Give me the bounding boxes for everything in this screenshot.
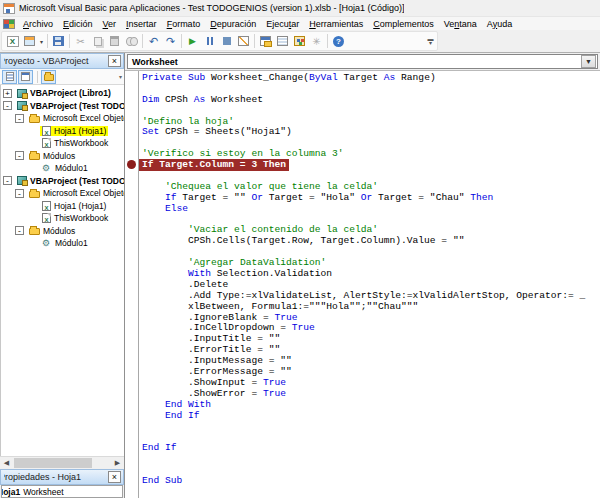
code-line[interactable]: CPSh.Cells(Target.Row, Target.Column).Va… (142, 236, 600, 247)
code-line[interactable]: If Target = "" Or Target = "Hola" Or Tar… (142, 193, 600, 204)
tree-item[interactable]: Hoja1 (Hoja1) (1, 200, 124, 213)
redo-button[interactable]: ↷ (162, 33, 179, 49)
tree-item[interactable]: Módulo1 (1, 237, 124, 250)
tree-expander-icon[interactable]: - (15, 151, 24, 160)
properties-panel-titlebar[interactable]: Propiedades - Hoja1 × (0, 469, 124, 485)
save-button[interactable] (50, 33, 67, 49)
code-window: Worksheet ▼ Private Sub Worksheet_Change… (124, 53, 600, 498)
insert-object-button[interactable] (21, 33, 38, 49)
undo-button[interactable]: ↶ (145, 33, 162, 49)
object-browser-button[interactable] (291, 33, 308, 49)
tree-item[interactable]: -Microsoft Excel Objetos (1, 187, 124, 200)
menu-formato[interactable]: Formato (162, 18, 206, 30)
menu-ventana[interactable]: Ventana (439, 18, 482, 30)
scroll-track[interactable] (13, 457, 111, 469)
project-panel-titlebar[interactable]: Proyecto - VBAProject × (0, 53, 124, 69)
code-line[interactable] (142, 454, 600, 465)
chevron-down-icon[interactable]: ▼ (581, 55, 596, 68)
toolbar-overflow-button[interactable]: ▬▾ (426, 33, 435, 49)
code-line[interactable]: Set CPSh = Sheets("Hoja1") (142, 127, 600, 138)
tree-item[interactable]: ThisWorkbook (1, 137, 124, 150)
code-line[interactable]: Else (142, 204, 600, 215)
properties-window-button[interactable] (274, 33, 291, 49)
view-code-button[interactable] (2, 70, 17, 84)
menu-archivo[interactable]: Archivo (18, 18, 58, 30)
tree-expander-icon[interactable]: + (3, 89, 12, 98)
toolbar-separator (181, 34, 182, 48)
breakpoint-line[interactable]: If Target.Column = 3 Then (139, 159, 289, 171)
close-project-panel-button[interactable]: × (108, 55, 121, 67)
menu-complementos[interactable]: Complementos (368, 18, 439, 30)
menu-ayuda[interactable]: Ayuda (482, 18, 517, 30)
code-combo-bar: Worksheet ▼ (125, 53, 600, 70)
code-line[interactable]: Dim CPSh As Worksheet (142, 95, 600, 106)
code-line[interactable]: End If (142, 411, 600, 422)
tree-expander-icon[interactable]: - (15, 189, 24, 198)
margin-indicator-bar[interactable] (125, 71, 139, 498)
project-explorer-button[interactable] (257, 33, 274, 49)
module-icon (42, 238, 52, 248)
tree-item[interactable]: -Microsoft Excel Objetos (1, 112, 124, 125)
tree-expander-icon[interactable]: - (15, 226, 24, 235)
properties-object-selector[interactable]: Hoja1 Worksheet (1, 485, 123, 498)
code-line[interactable] (142, 432, 600, 443)
code-line[interactable] (142, 465, 600, 476)
code-area: Private Sub Worksheet_Change(ByVal Targe… (125, 70, 600, 498)
code-line[interactable]: End With (142, 400, 600, 411)
vba-project-icon (17, 101, 27, 110)
tree-item[interactable]: +VBAProject (Libro1) (1, 87, 124, 100)
paste-icon (110, 36, 119, 46)
tree-item[interactable]: Módulo1 (1, 162, 124, 175)
tree-item-label: Hoja1 (Hoja1) (54, 126, 106, 136)
code-line[interactable]: End Sub (142, 476, 600, 487)
code-line[interactable]: If Target.Column = 3 Then (142, 160, 600, 171)
menu-edición[interactable]: Edición (58, 18, 98, 30)
tree-item[interactable]: -Módulos (1, 225, 124, 238)
tree-horizontal-scrollbar[interactable]: ◀ ▶ (0, 456, 124, 469)
reset-button[interactable] (218, 33, 235, 49)
break-button[interactable] (201, 33, 218, 49)
tree-expander-icon[interactable]: - (15, 114, 24, 123)
tree-expander-icon[interactable]: - (3, 101, 12, 110)
menu-ejecutar[interactable]: Ejecutar (261, 18, 304, 30)
menu-ver[interactable]: Ver (98, 18, 122, 30)
scroll-right-arrow[interactable]: ▶ (111, 457, 124, 469)
redo-icon: ↷ (166, 36, 175, 46)
toolbox-button[interactable]: ✳ (308, 33, 325, 49)
copy-icon (94, 37, 102, 46)
code-line[interactable]: End If (142, 443, 600, 454)
tree-item[interactable]: ThisWorkbook (1, 212, 124, 225)
scroll-left-arrow[interactable]: ◀ (0, 457, 13, 469)
code-line[interactable] (142, 422, 600, 433)
breakpoint-dot-icon[interactable] (127, 160, 136, 169)
menu-herramientas[interactable]: Herramientas (304, 18, 368, 30)
code-line[interactable]: Private Sub Worksheet_Change(ByVal Targe… (142, 73, 600, 84)
tree-item[interactable]: -VBAProject (Test TODOGENIOS (version 1)… (1, 175, 124, 188)
find-button[interactable] (123, 33, 140, 49)
scroll-thumb[interactable] (14, 458, 92, 468)
copy-button[interactable] (89, 33, 106, 49)
help-button[interactable]: ? (330, 33, 347, 49)
menu-depuración[interactable]: Depuración (205, 18, 261, 30)
tree-item-label: VBAProject (Test TODOGENIOS (version 1).… (30, 176, 124, 186)
paste-button[interactable] (106, 33, 123, 49)
tree-item[interactable]: -Módulos (1, 150, 124, 163)
tree-expander-icon[interactable]: - (3, 176, 12, 185)
toggle-folders-button[interactable] (41, 70, 56, 84)
code-lines[interactable]: Private Sub Worksheet_Change(ByVal Targe… (139, 71, 600, 498)
tree-item[interactable]: -VBAProject (Test TODOGENIOS (version 1)… (1, 100, 124, 113)
toolbar-separator (327, 34, 328, 48)
object-selector-combobox[interactable]: Worksheet ▼ (127, 54, 598, 69)
view-code-icon (6, 72, 14, 81)
cut-button[interactable]: ✂ (72, 33, 89, 49)
tree-item[interactable]: Hoja1 (Hoja1) (1, 125, 124, 138)
design-mode-button[interactable] (235, 33, 252, 49)
toolbox-icon: ✳ (312, 36, 320, 47)
run-button[interactable]: ▶ (184, 33, 201, 49)
menu-insertar[interactable]: Insertar (121, 18, 162, 30)
insert-object-dropdown[interactable]: ▾ (38, 38, 45, 45)
view-excel-button[interactable]: X (4, 33, 21, 49)
close-properties-panel-button[interactable]: × (108, 471, 121, 483)
view-object-button[interactable] (18, 70, 33, 84)
module-icon (42, 163, 52, 173)
